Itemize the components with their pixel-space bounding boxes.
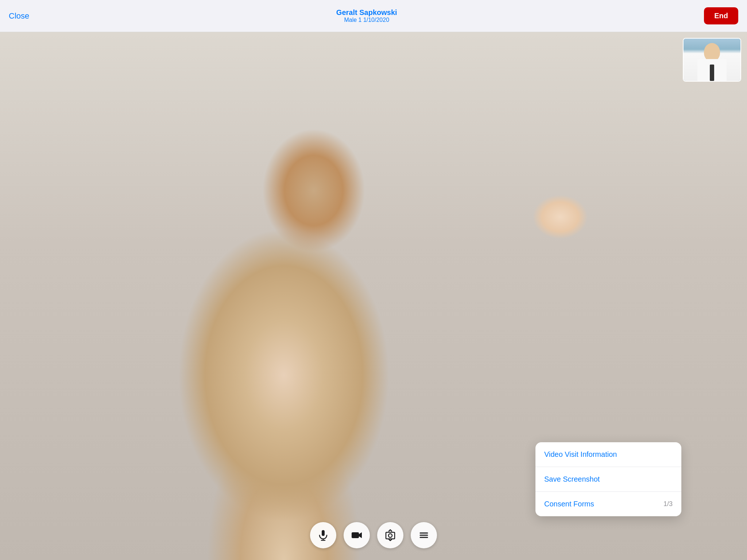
patient-video — [0, 32, 463, 347]
patient-name: Geralt Sapkowski — [336, 8, 397, 17]
video-area: Video Visit Information Save Screenshot … — [0, 32, 463, 347]
close-button[interactable]: Close — [9, 11, 29, 21]
patient-info: Geralt Sapkowski Male 1 1/10/2020 — [336, 8, 397, 23]
main-video-feed — [0, 32, 463, 347]
header: Close Geralt Sapkowski Male 1 1/10/2020 … — [0, 0, 463, 32]
patient-details: Male 1 1/10/2020 — [336, 17, 397, 23]
